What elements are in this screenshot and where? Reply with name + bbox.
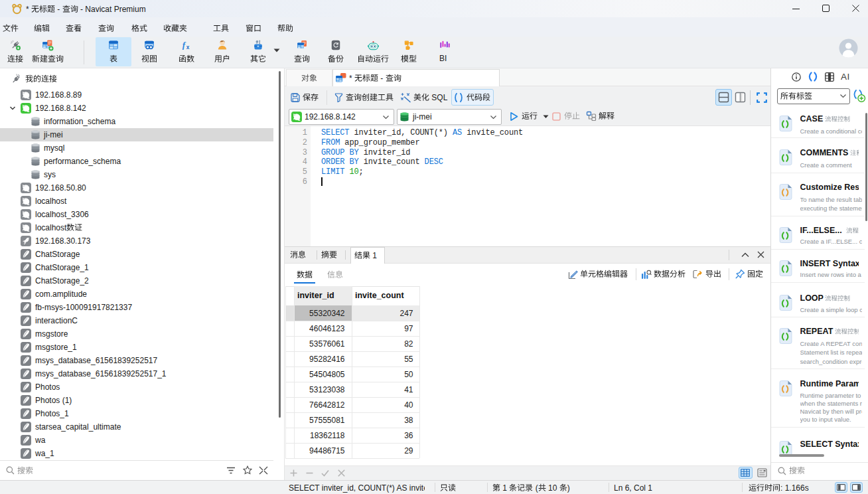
svg-text:f: f xyxy=(182,40,186,50)
svg-text:x: x xyxy=(186,43,190,50)
